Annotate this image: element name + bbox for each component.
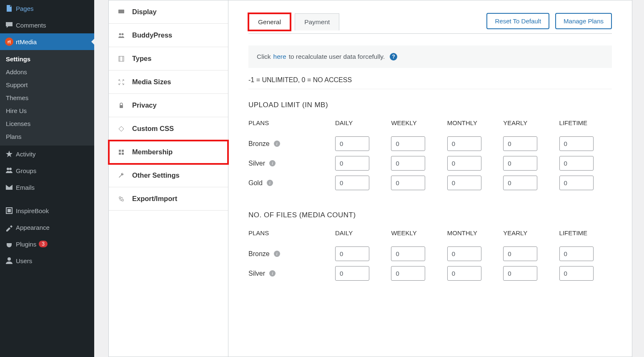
tab-buddypress[interactable]: BuddyPress <box>109 24 228 47</box>
svg-rect-12 <box>119 150 121 152</box>
menu-comments[interactable]: Comments <box>0 17 94 33</box>
upload-limit-table: PLANS DAILY WEEKLY MONTHLY YEARLY LIFETI… <box>248 119 612 190</box>
menu-plugins[interactable]: Plugins 3 <box>0 236 94 252</box>
tab-media-sizes[interactable]: Media Sizes <box>109 70 228 94</box>
limit-input[interactable] <box>503 246 537 261</box>
svg-rect-9 <box>120 56 120 61</box>
htab-payment[interactable]: Payment <box>295 13 339 30</box>
limit-input[interactable] <box>559 246 594 261</box>
sub-settings[interactable]: Settings <box>0 53 94 65</box>
info-icon[interactable]: i <box>269 270 276 277</box>
limit-input[interactable] <box>391 176 425 190</box>
sub-licenses[interactable]: Licenses <box>0 117 94 130</box>
tab-other-settings[interactable]: Other Settings <box>109 164 228 187</box>
limit-input[interactable] <box>503 266 537 281</box>
info-icon[interactable]: i <box>274 251 280 257</box>
tab-types[interactable]: Types <box>109 47 228 70</box>
menu-appearance[interactable]: Appearance <box>0 219 94 236</box>
limit-input[interactable] <box>559 136 594 151</box>
menu-label: Users <box>16 257 32 264</box>
limit-input[interactable] <box>335 266 369 281</box>
menu-label: Pages <box>16 5 34 12</box>
custom-css-icon <box>118 126 125 132</box>
plan-name: Bronzei <box>248 140 332 148</box>
users-icon <box>5 256 16 265</box>
menu-inspirebook[interactable]: InspireBook <box>0 202 94 219</box>
info-icon[interactable]: i <box>267 180 273 186</box>
tab-membership[interactable]: Membership <box>109 141 228 164</box>
menu-label: Activity <box>16 151 36 158</box>
svg-rect-10 <box>123 56 123 61</box>
sub-hireus[interactable]: Hire Us <box>0 104 94 117</box>
limit-input[interactable] <box>391 246 425 261</box>
limit-input[interactable] <box>503 136 537 151</box>
col-weekly: WEEKLY <box>391 119 444 126</box>
menu-rtmedia[interactable]: rt rtMedia <box>0 33 94 50</box>
tab-display[interactable]: Display <box>109 0 228 24</box>
menu-label: rtMedia <box>16 38 37 45</box>
limit-input[interactable] <box>447 266 481 281</box>
menu-users[interactable]: Users <box>0 252 94 269</box>
limit-input[interactable] <box>559 176 594 190</box>
col-daily: DAILY <box>335 229 388 236</box>
limit-input[interactable] <box>503 156 537 171</box>
limit-input[interactable] <box>447 246 481 261</box>
table-row: Silveri <box>248 156 612 171</box>
plugins-icon <box>5 240 16 248</box>
col-monthly: MONTHLY <box>447 119 500 126</box>
plan-name: Bronzei <box>248 250 332 258</box>
limit-input[interactable] <box>335 156 369 171</box>
settings-body: General Payment Reset To Default Manage … <box>228 0 632 357</box>
recalculate-link[interactable]: here <box>273 53 286 60</box>
info-icon[interactable]: i <box>269 160 276 166</box>
limit-input[interactable] <box>559 156 594 171</box>
col-lifetime: LIFETIME <box>559 229 612 236</box>
col-lifetime: LIFETIME <box>559 119 612 126</box>
limit-input[interactable] <box>391 156 425 171</box>
svg-rect-14 <box>119 153 121 155</box>
menu-label: Comments <box>16 22 46 29</box>
limit-input[interactable] <box>503 176 537 190</box>
groups-icon <box>5 166 16 175</box>
plan-name: Goldi <box>248 179 332 187</box>
menu-label: Emails <box>16 184 35 191</box>
tab-export-import[interactable]: Export/Import <box>109 187 228 211</box>
sub-themes[interactable]: Themes <box>0 91 94 104</box>
svg-rect-11 <box>120 105 123 108</box>
table-header-row: PLANS DAILY WEEKLY MONTHLY YEARLY LIFETI… <box>248 229 612 236</box>
menu-emails[interactable]: Emails <box>0 179 94 196</box>
limit-input[interactable] <box>391 266 425 281</box>
settings-panel: Display BuddyPress Types Media Sizes Pri… <box>108 0 632 357</box>
display-icon <box>118 9 125 15</box>
col-yearly: YEARLY <box>503 229 556 236</box>
htab-general[interactable]: General <box>248 13 291 30</box>
svg-rect-5 <box>118 10 124 13</box>
info-icon[interactable]: i <box>274 141 280 147</box>
rtmedia-icon: rt <box>5 38 16 46</box>
activity-icon <box>5 150 16 158</box>
limit-input[interactable] <box>559 266 594 281</box>
section-upload-limit-title: UPLOAD LIMIT (IN MB) <box>248 101 612 109</box>
limit-input[interactable] <box>391 136 425 151</box>
limit-input[interactable] <box>335 176 369 190</box>
manage-plans-button[interactable]: Manage Plans <box>555 13 612 29</box>
buddypress-icon <box>118 32 125 39</box>
help-icon[interactable]: ? <box>390 53 397 60</box>
menu-pages[interactable]: Pages <box>0 0 94 17</box>
sub-addons[interactable]: Addons <box>0 65 94 78</box>
limit-input[interactable] <box>447 136 481 151</box>
limit-input[interactable] <box>335 136 369 151</box>
menu-groups[interactable]: Groups <box>0 162 94 179</box>
tab-privacy[interactable]: Privacy <box>109 94 228 117</box>
sub-support[interactable]: Support <box>0 78 94 91</box>
limit-input[interactable] <box>447 176 481 190</box>
limit-input[interactable] <box>447 156 481 171</box>
top-buttons: Reset To Default Manage Plans <box>486 13 612 29</box>
reset-to-default-button[interactable]: Reset To Default <box>486 13 549 29</box>
limit-input[interactable] <box>335 246 369 261</box>
col-plans: PLANS <box>248 119 332 126</box>
admin-sidebar: Pages Comments rt rtMedia Settings Addon… <box>0 0 94 357</box>
tab-custom-css[interactable]: Custom CSS <box>109 117 228 141</box>
menu-activity[interactable]: Activity <box>0 146 94 162</box>
sub-plans[interactable]: Plans <box>0 130 94 143</box>
